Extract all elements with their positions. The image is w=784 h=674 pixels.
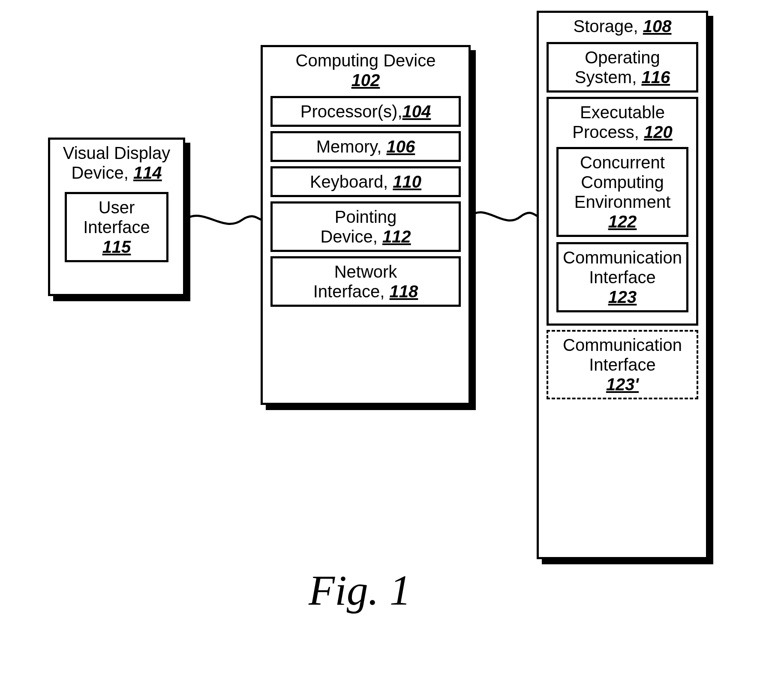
- cce-line1: Concurrent: [580, 153, 665, 172]
- display-title: Visual Display Device, 114: [50, 140, 183, 184]
- display-box: Visual Display Device, 114 User Interfac…: [48, 138, 185, 296]
- exec-line2: Process,: [572, 123, 644, 141]
- display-ref: 114: [133, 163, 162, 182]
- storage-box: Storage, 108 Operating System, 116 Execu…: [537, 11, 708, 559]
- exec-ref: 120: [644, 123, 673, 141]
- os-line2: System,: [575, 68, 642, 87]
- storage-title-label: Storage,: [573, 17, 643, 36]
- processor-box: Processor(s),104: [270, 96, 461, 127]
- storage-ref: 108: [643, 17, 672, 36]
- os-ref: 116: [641, 68, 670, 87]
- pointing-line2: Device,: [320, 227, 382, 246]
- pointing-line1: Pointing: [335, 207, 397, 226]
- network-line1: Network: [334, 262, 397, 281]
- comm-alt-line1: Communication: [563, 336, 682, 354]
- keyboard-ref: 110: [393, 172, 421, 191]
- memory-ref: 106: [386, 137, 415, 156]
- cce-line3: Environment: [574, 192, 671, 211]
- connector-computing-to-storage: [469, 206, 538, 231]
- computing-box: Computing Device 102 Processor(s),104 Me…: [261, 45, 471, 405]
- pointing-box: Pointing Device, 112: [270, 201, 461, 252]
- connector-display-to-computing: [184, 209, 261, 235]
- processor-label: Processor(s),: [300, 102, 403, 121]
- exec-box: Executable Process, 120 Concurrent Compu…: [547, 97, 698, 326]
- os-box: Operating System, 116: [547, 42, 698, 93]
- cce-line2: Computing: [581, 173, 664, 192]
- keyboard-box: Keyboard, 110: [270, 166, 461, 197]
- computing-ref: 102: [351, 71, 380, 90]
- computing-title-line1: Computing Device: [296, 51, 436, 70]
- computing-title: Computing Device 102: [263, 47, 469, 92]
- exec-line1: Executable: [580, 103, 665, 122]
- cce-box: Concurrent Computing Environment 122: [556, 147, 688, 237]
- keyboard-label: Keyboard,: [310, 172, 393, 191]
- pointing-ref: 112: [382, 227, 411, 246]
- ui-box: User Interface 115: [65, 192, 168, 262]
- cce-ref: 122: [608, 212, 637, 231]
- network-ref: 118: [390, 282, 418, 301]
- network-line2: Interface,: [313, 282, 390, 301]
- display-title-line1: Visual Display: [63, 144, 171, 162]
- storage-title: Storage, 108: [539, 13, 706, 38]
- comm-line2: Interface: [589, 268, 656, 287]
- processor-ref: 104: [403, 102, 431, 121]
- comm-ref: 123: [608, 288, 637, 306]
- network-box: Network Interface, 118: [270, 256, 461, 307]
- memory-box: Memory, 106: [270, 131, 461, 162]
- ui-line1: User: [99, 198, 135, 217]
- os-line1: Operating: [585, 48, 660, 67]
- comm-box: Communication Interface 123: [556, 242, 688, 312]
- ui-line2: Interface: [83, 218, 150, 237]
- comm-alt-box: Communication Interface 123': [547, 330, 698, 399]
- ui-ref: 115: [102, 237, 131, 256]
- comm-alt-line2: Interface: [589, 355, 656, 374]
- display-title-line2: Device,: [71, 163, 133, 182]
- comm-line1: Communication: [563, 248, 682, 267]
- comm-alt-ref: 123': [606, 375, 639, 394]
- figure-label: Fig. 1: [309, 566, 411, 615]
- memory-label: Memory,: [316, 137, 387, 156]
